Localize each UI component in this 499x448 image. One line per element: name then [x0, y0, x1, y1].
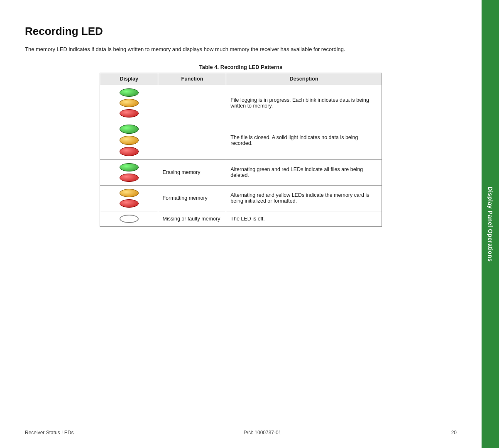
footer-left: Receiver Status LEDs — [25, 430, 73, 436]
table-row: Formatting memory Alternating red and ye… — [100, 185, 382, 211]
led-group-solid — [104, 125, 154, 156]
led-solid-red — [120, 147, 139, 156]
led-red-format — [120, 199, 139, 208]
led-group-erase — [104, 163, 154, 182]
function-cell-5: Missing or faulty memory — [158, 211, 226, 226]
footer: Receiver Status LEDs P/N: 1000737-01 20 — [0, 430, 482, 436]
display-cell-5 — [100, 211, 158, 226]
led-group-off — [104, 215, 154, 223]
description-cell-2: The file is closed. A solid light indica… — [226, 121, 382, 159]
led-off — [120, 215, 139, 223]
sidebar-label: Display Panel Operations — [487, 186, 494, 262]
function-cell-2 — [158, 121, 226, 159]
col-display: Display — [100, 73, 158, 85]
main-content: Recording LED The memory LED indicates i… — [0, 0, 482, 448]
description-cell-5: The LED is off. — [226, 211, 382, 226]
col-description: Description — [226, 73, 382, 85]
display-cell-4 — [100, 185, 158, 211]
footer-right: 20 — [451, 430, 457, 436]
table-row: The file is closed. A solid light indica… — [100, 121, 382, 159]
table-row: File logging is in progress. Each blink … — [100, 85, 382, 121]
page-title: Recording LED — [25, 25, 457, 38]
description-cell-1: File logging is in progress. Each blink … — [226, 85, 382, 121]
led-solid-orange — [120, 136, 139, 145]
led-green-erase — [120, 163, 139, 171]
display-cell-3 — [100, 159, 158, 185]
function-cell-1 — [158, 85, 226, 121]
description-cell-4: Alternating red and yellow LEDs indicate… — [226, 185, 382, 211]
led-patterns-table: Display Function Description — [100, 73, 382, 227]
page-container: Recording LED The memory LED indicates i… — [0, 0, 499, 448]
table-row: Missing or faulty memory The LED is off. — [100, 211, 382, 226]
table-title: Table 4. Recording LED Patterns — [25, 64, 457, 70]
led-orange-format — [120, 189, 139, 197]
description-cell-3: Alternating green and red LEDs indicate … — [226, 159, 382, 185]
led-group-blink — [104, 88, 154, 118]
col-function: Function — [158, 73, 226, 85]
footer-center: P/N: 1000737-01 — [244, 430, 281, 436]
led-orange-blink — [120, 99, 139, 107]
led-red-erase — [120, 174, 139, 182]
intro-paragraph: The memory LED indicates if data is bein… — [25, 45, 365, 54]
display-cell-1 — [100, 85, 158, 121]
function-cell-3: Erasing memory — [158, 159, 226, 185]
led-red-blink — [120, 109, 139, 118]
led-green-blink — [120, 88, 139, 97]
table-row: Erasing memory Alternating green and red… — [100, 159, 382, 185]
sidebar: Display Panel Operations — [482, 0, 499, 448]
function-cell-4: Formatting memory — [158, 185, 226, 211]
led-solid-green — [120, 125, 139, 134]
led-group-format — [104, 189, 154, 208]
display-cell-2 — [100, 121, 158, 159]
